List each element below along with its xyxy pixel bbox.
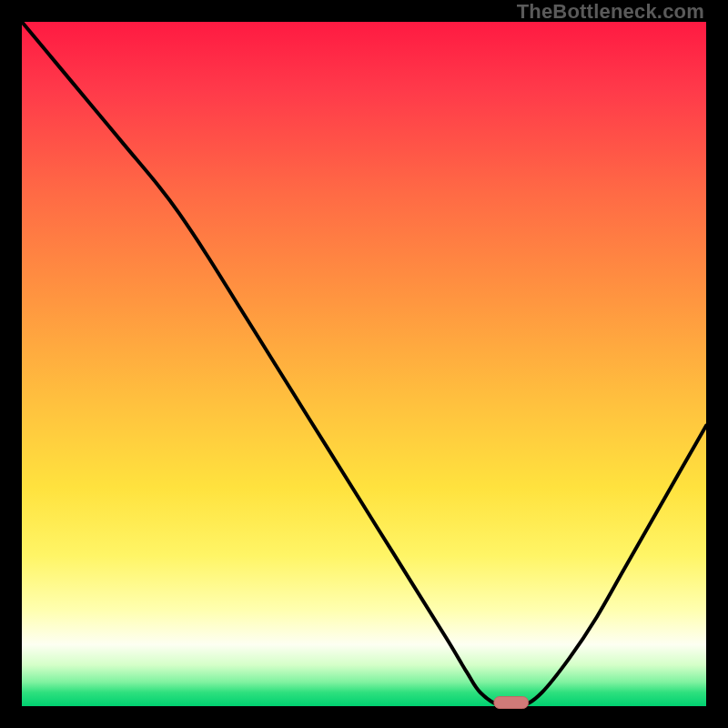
curve-layer bbox=[22, 22, 706, 706]
chart-frame: TheBottleneck.com bbox=[0, 0, 728, 728]
bottleneck-curve bbox=[22, 22, 706, 708]
optimal-marker bbox=[494, 697, 529, 709]
watermark-text: TheBottleneck.com bbox=[517, 0, 704, 24]
